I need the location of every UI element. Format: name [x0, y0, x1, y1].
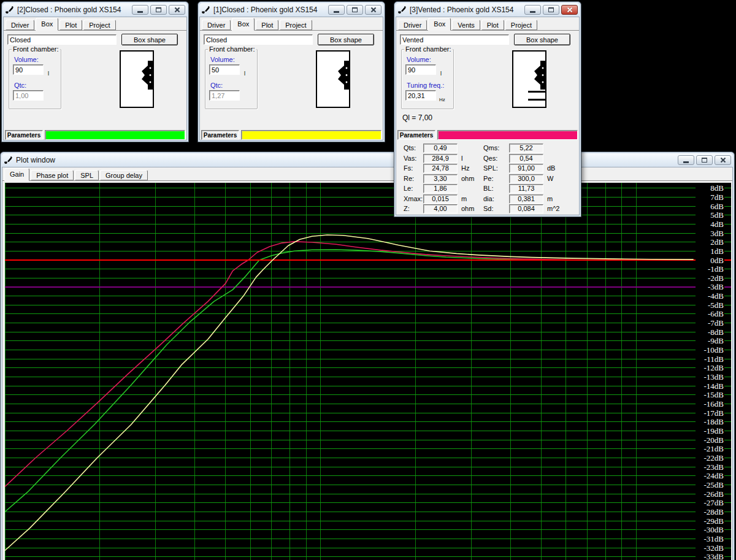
qtc-input[interactable]	[13, 90, 44, 101]
maximize-button[interactable]	[150, 5, 167, 15]
tab-project[interactable]: Project	[505, 20, 537, 30]
db-axis-label: -31dB	[704, 534, 724, 543]
volume-unit: l	[440, 71, 442, 77]
parameters-toggle[interactable]: Parameters	[397, 130, 435, 140]
db-axis-label: -2dB	[708, 274, 724, 283]
db-axis-label: -13dB	[704, 372, 724, 382]
tab-box[interactable]: Box	[36, 18, 58, 31]
app-icon	[4, 156, 13, 165]
param-row: dia:0,381m	[396, 194, 579, 204]
status-row: Parameters	[397, 130, 578, 140]
db-axis-label: -1dB	[708, 264, 724, 274]
tab-plot[interactable]: Plot	[481, 20, 504, 30]
status-row: Parameters	[201, 130, 381, 140]
front-chamber-group: Front chamber: Volume: l Tuning freq.: H…	[401, 49, 454, 109]
volume-unit: l	[48, 71, 49, 77]
window-titlebar[interactable]: [1]Closed : Phoenix gold XS154	[199, 3, 383, 17]
minimize-button[interactable]	[328, 5, 345, 15]
param-unit: W	[547, 175, 553, 182]
tab-driver[interactable]: Driver	[202, 20, 231, 30]
qtc-input[interactable]	[209, 90, 240, 101]
volume-label: Volume:	[407, 56, 431, 63]
db-axis-label: -10dB	[704, 345, 724, 355]
speaker-driver-icon	[140, 61, 153, 90]
window-titlebar[interactable]: [2]Closed : Phoenix gold XS154	[3, 3, 187, 17]
tab-gain[interactable]: Gain	[4, 168, 29, 181]
param-label: Sd:	[483, 205, 494, 212]
maximize-button[interactable]	[696, 155, 713, 165]
window-body: DriverBoxVentsPlotProject Box shape Fron…	[396, 17, 580, 215]
minimize-icon	[683, 161, 689, 163]
plot-tab-bar: GainPhase plotSPLGroup delay	[2, 167, 732, 181]
param-label: BL:	[483, 185, 494, 192]
param-value-field: 0,381	[509, 194, 543, 204]
box-shape-button[interactable]: Box shape	[318, 34, 374, 45]
volume-input[interactable]	[405, 64, 436, 75]
tab-vents[interactable]: Vents	[452, 20, 480, 30]
param-value-field: 91,00	[509, 164, 543, 173]
close-button[interactable]	[715, 155, 731, 165]
parameters-toggle[interactable]: Parameters	[5, 130, 43, 140]
close-button[interactable]	[561, 5, 578, 15]
front-chamber-legend: Front chamber:	[12, 45, 60, 53]
qtc-label: Qtc:	[210, 82, 223, 89]
db-axis-label: -23dB	[704, 462, 724, 472]
tab-project[interactable]: Project	[83, 20, 115, 30]
box-shape-button[interactable]: Box shape	[121, 34, 178, 45]
front-chamber-group: Front chamber: Volume: l Qtc:	[205, 49, 258, 109]
param-unit: dB	[547, 164, 555, 172]
minimize-icon	[530, 11, 535, 13]
tab-phase-plot[interactable]: Phase plot	[31, 170, 74, 180]
param-row: BL:11,73	[396, 184, 579, 193]
box-shape-button[interactable]: Box shape	[514, 34, 570, 45]
param-unit: m^2	[547, 205, 559, 212]
param-row: Pe:300,0W	[396, 174, 579, 183]
parameters-toggle[interactable]: Parameters	[201, 130, 239, 140]
box-window-1: [2]Closed : Phoenix gold XS154 DriverBox…	[1, 1, 189, 142]
status-row: Parameters	[5, 130, 185, 140]
param-value-field: 5,22	[509, 144, 543, 153]
minimize-button[interactable]	[524, 5, 541, 15]
maximize-button[interactable]	[347, 5, 363, 15]
box-type-input[interactable]	[400, 34, 509, 45]
status-color-bar	[437, 130, 578, 140]
tab-spl[interactable]: SPL	[75, 170, 99, 180]
box-type-input[interactable]	[7, 34, 117, 45]
param-label: Pe:	[483, 175, 494, 182]
box-window-3: [3]Vented : Phoenix gold XS154 DriverBox…	[394, 1, 581, 217]
plot-window-titlebar[interactable]: Plot window	[2, 153, 733, 167]
maximize-button[interactable]	[543, 5, 559, 15]
tab-plot[interactable]: Plot	[59, 20, 82, 30]
db-axis-label: -29dB	[704, 516, 724, 526]
tab-plot[interactable]: Plot	[256, 20, 278, 30]
plot-window: Plot window GainPhase plotSPLGroup delay…	[0, 152, 735, 560]
db-axis-label: -9dB	[708, 336, 724, 345]
db-axis-label: -8dB	[708, 328, 724, 337]
volume-input[interactable]	[13, 64, 44, 75]
tuning-freq-unit: Hz	[439, 97, 445, 102]
tab-box[interactable]: Box	[232, 18, 255, 31]
box-shape-preview	[316, 50, 350, 108]
tab-project[interactable]: Project	[280, 20, 312, 30]
param-value-field: 300,0	[509, 174, 543, 183]
tab-driver[interactable]: Driver	[398, 20, 427, 30]
minimize-button[interactable]	[678, 155, 694, 165]
tab-driver[interactable]: Driver	[6, 20, 34, 30]
db-axis-label: -21dB	[704, 444, 724, 453]
close-icon	[370, 7, 377, 13]
tab-box[interactable]: Box	[428, 18, 451, 31]
gain-plot-area: 8dB7dB6dB5dB4dB3dB2dB1dB0dB-1dB-2dB-3dB-…	[5, 183, 731, 560]
db-axis-label: -5dB	[708, 301, 724, 310]
box-type-input[interactable]	[204, 34, 313, 45]
tuning-freq-input[interactable]	[405, 90, 436, 101]
window-titlebar[interactable]: [3]Vented : Phoenix gold XS154	[396, 3, 580, 17]
tab-group-delay[interactable]: Group delay	[100, 170, 148, 180]
param-label: dia:	[483, 195, 494, 202]
close-button[interactable]	[365, 5, 381, 15]
minimize-button[interactable]	[132, 5, 148, 15]
close-button[interactable]	[169, 5, 185, 15]
db-axis-label: -17dB	[704, 408, 724, 418]
db-axis-label: 8dB	[710, 183, 724, 193]
front-chamber-group: Front chamber: Volume: l Qtc:	[9, 49, 61, 109]
volume-input[interactable]	[209, 64, 240, 75]
